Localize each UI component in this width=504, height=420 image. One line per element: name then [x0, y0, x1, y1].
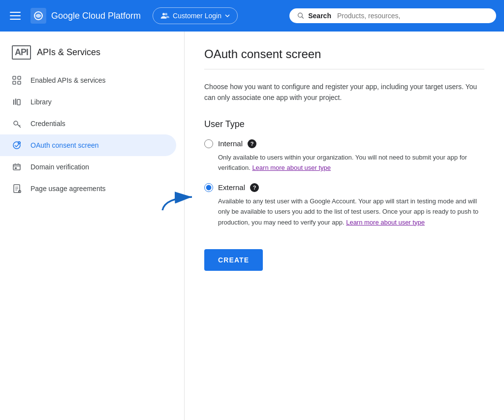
- sidebar-nav: Enabled APIs & services Library: [0, 69, 184, 199]
- agreements-icon: [12, 184, 22, 194]
- svg-rect-6: [18, 76, 21, 79]
- svg-rect-11: [17, 99, 20, 105]
- internal-radio[interactable]: [204, 139, 213, 148]
- sidebar-item-library[interactable]: Library: [0, 91, 176, 113]
- user-type-section-title: User Type: [204, 119, 484, 129]
- key-icon: [12, 119, 22, 129]
- domain-icon: [12, 162, 22, 172]
- customer-login-label: Customer Login: [173, 12, 221, 20]
- app-layout: API APIs & Services Enabled APIs & servi…: [0, 32, 504, 420]
- main-content: OAuth consent screen Choose how you want…: [185, 32, 504, 420]
- svg-rect-5: [13, 76, 16, 79]
- app-header: Google Cloud Platform Customer Login Sea…: [0, 0, 504, 32]
- external-help-icon[interactable]: ?: [250, 183, 259, 192]
- external-option: External ? Available to any test user wi…: [204, 183, 484, 227]
- search-icon: [297, 11, 304, 20]
- sidebar-item-label: Page usage agreements: [31, 185, 106, 193]
- sidebar-title: APIs & Services: [37, 47, 100, 58]
- svg-point-4: [298, 13, 303, 17]
- sidebar-item-domain-verification[interactable]: Domain verification: [0, 156, 176, 178]
- svg-point-18: [18, 190, 21, 193]
- internal-radio-label[interactable]: Internal ?: [204, 139, 484, 148]
- svg-rect-10: [15, 98, 16, 105]
- svg-rect-8: [18, 81, 21, 84]
- internal-learn-more-link[interactable]: Learn more about user type: [252, 164, 331, 171]
- grid-icon: [12, 75, 22, 85]
- svg-point-2: [162, 13, 165, 15]
- external-description: Available to any test user with a Google…: [204, 196, 484, 227]
- svg-rect-16: [15, 167, 17, 169]
- logo-text: Google Cloud Platform: [51, 11, 141, 21]
- sidebar-item-enabled-apis[interactable]: Enabled APIs & services: [0, 69, 176, 91]
- svg-rect-7: [13, 81, 16, 84]
- create-button[interactable]: CREATE: [204, 249, 263, 271]
- search-label: Search: [308, 12, 331, 20]
- external-learn-more-link[interactable]: Learn more about user type: [346, 219, 425, 226]
- external-radio-label[interactable]: External ?: [204, 183, 484, 192]
- description-text: Choose how you want to configure and reg…: [204, 81, 484, 103]
- svg-point-12: [14, 121, 18, 125]
- internal-label: Internal: [218, 139, 243, 148]
- app-logo: Google Cloud Platform: [31, 8, 141, 24]
- sidebar-item-label: Enabled APIs & services: [31, 76, 106, 84]
- page-title: OAuth consent screen: [204, 47, 484, 69]
- gcp-logo-icon: [31, 8, 46, 24]
- sidebar: API APIs & Services Enabled APIs & servi…: [0, 32, 185, 420]
- sidebar-item-label: OAuth consent screen: [31, 141, 99, 149]
- api-badge: API: [12, 45, 31, 60]
- external-label: External: [218, 183, 245, 192]
- internal-description: Only available to users within your orga…: [204, 152, 484, 173]
- search-box[interactable]: Search: [289, 8, 496, 23]
- sidebar-item-credentials[interactable]: Credentials: [0, 113, 176, 134]
- svg-point-3: [165, 13, 167, 15]
- sidebar-item-label: Domain verification: [31, 163, 89, 171]
- external-radio[interactable]: [204, 183, 213, 192]
- oauth-icon: [12, 140, 22, 150]
- sidebar-item-page-usage[interactable]: Page usage agreements: [0, 178, 176, 199]
- sidebar-item-oauth-consent[interactable]: OAuth consent screen: [0, 134, 176, 156]
- sidebar-item-label: Library: [31, 98, 52, 106]
- sidebar-header: API APIs & Services: [0, 39, 184, 69]
- svg-rect-9: [13, 99, 14, 105]
- internal-option: Internal ? Only available to users withi…: [204, 139, 484, 173]
- menu-button[interactable]: [8, 10, 23, 22]
- search-input[interactable]: [337, 12, 488, 20]
- customer-login-icon: [160, 11, 170, 21]
- library-icon: [12, 97, 22, 107]
- sidebar-item-label: Credentials: [31, 120, 65, 128]
- internal-help-icon[interactable]: ?: [248, 139, 256, 148]
- blue-arrow-annotation: [160, 188, 199, 213]
- customer-login-button[interactable]: Customer Login: [153, 7, 238, 24]
- chevron-down-icon: [224, 13, 230, 19]
- svg-rect-15: [13, 164, 20, 170]
